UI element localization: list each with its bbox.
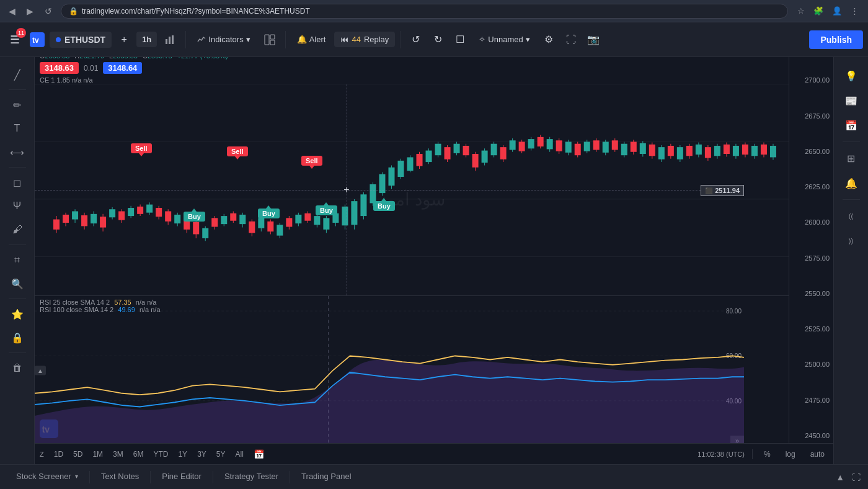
main-chart-container[interactable]: سود آموز ⬛ 2511.94 + <box>35 84 789 314</box>
svg-rect-162 <box>742 145 748 155</box>
zoom-in-tool[interactable]: 🔍 <box>6 272 29 295</box>
period-3y[interactable]: 3Y <box>192 447 211 461</box>
period-3m[interactable]: 3M <box>108 447 128 461</box>
star-button[interactable]: ☆ <box>794 4 808 17</box>
svg-text:tv: tv <box>32 36 39 45</box>
pencil-tool[interactable]: ✏ <box>6 94 29 116</box>
lock-tool[interactable]: 🔒 <box>6 326 29 349</box>
tab-text-notes[interactable]: Text Notes <box>90 465 150 490</box>
svg-rect-110 <box>500 147 507 159</box>
price-level-2: 2700.00 <box>789 76 833 84</box>
price-badge2: 3148.64 <box>103 62 142 74</box>
top-toolbar: ☰ 11 tv ETHUSDT + 1h Indicators ▾ <box>0 22 868 57</box>
tab-pine-editor[interactable]: Pine Editor <box>151 465 213 490</box>
svg-rect-88 <box>397 161 404 177</box>
auto-button[interactable]: auto <box>807 449 828 460</box>
profile-button[interactable]: 👤 <box>829 4 845 17</box>
tradingview-logo: tv <box>27 30 47 50</box>
magnet-tool[interactable]: ⌗ <box>6 249 29 271</box>
signal-buy-4: Buy <box>373 201 395 211</box>
price-step: 0.01 <box>84 64 98 73</box>
svg-rect-38 <box>165 211 171 221</box>
url-bar[interactable]: 🔒 tradingview.com/chart/FyNHsqzR/?symbol… <box>61 4 788 19</box>
sep2 <box>285 31 286 48</box>
trash-tool[interactable]: 🗑 <box>6 357 29 379</box>
ruler-tool[interactable]: ⟷ <box>6 141 29 163</box>
tab-strategy-tester[interactable]: Strategy Tester <box>213 465 290 490</box>
layout-button[interactable] <box>259 30 280 50</box>
svg-rect-100 <box>454 144 460 153</box>
period-ytd[interactable]: YTD <box>148 447 173 461</box>
right-expand2[interactable]: )) <box>840 230 862 252</box>
shapes-tool[interactable]: ◻ <box>6 171 29 194</box>
alert-label: Alert <box>309 35 326 44</box>
percent-button[interactable]: % <box>760 449 774 460</box>
menu-button[interactable]: ☰ 11 <box>5 30 25 50</box>
fib-tool[interactable]: Ψ <box>6 195 29 217</box>
svg-rect-122 <box>556 140 562 151</box>
line-tool[interactable]: ╱ <box>6 63 29 86</box>
news-tool[interactable]: 📰 <box>840 89 862 112</box>
signal-buy-3: Buy <box>316 205 337 215</box>
snapshot-button[interactable]: 📷 <box>583 30 603 50</box>
indicators-chevron: ▾ <box>246 35 250 44</box>
alert-button[interactable]: 🔔 Alert <box>291 31 332 48</box>
chart-settings-button[interactable]: ⚙ <box>539 30 559 50</box>
log-button[interactable]: log <box>782 449 799 460</box>
svg-rect-130 <box>593 140 600 150</box>
right-expand1[interactable]: (( <box>840 205 862 227</box>
undo-button[interactable]: ↺ <box>405 30 425 50</box>
period-1m[interactable]: 1M <box>87 447 108 461</box>
extensions-button[interactable]: 🧩 <box>810 4 826 17</box>
svg-rect-102 <box>463 146 469 155</box>
browser-bar: ◀ ▶ ↺ 🔒 tradingview.com/chart/FyNHsqzR/?… <box>0 0 868 22</box>
refresh-button[interactable]: ↺ <box>42 4 55 19</box>
sidebar-sep2 <box>9 167 26 168</box>
chart-type-button[interactable] <box>159 30 180 50</box>
unnamed-button[interactable]: ✧ Unnamed ▾ <box>472 31 536 48</box>
interval-button[interactable]: 1h <box>136 32 157 47</box>
cursor-button[interactable]: ☐ <box>450 30 470 50</box>
period-all[interactable]: All <box>231 447 249 461</box>
chart-controls-bar: Z 1D 5D 1M 3M 6M YTD 1Y 3Y 5Y All 📅 11:0… <box>35 443 833 464</box>
price-level-6: 2600.00 <box>789 218 833 226</box>
add-symbol-button[interactable]: + <box>114 30 134 50</box>
forward-button[interactable]: ▶ <box>24 4 36 19</box>
signal-buy-1: Buy <box>184 212 205 222</box>
period-5y[interactable]: 5Y <box>211 447 231 461</box>
svg-rect-146 <box>668 146 674 156</box>
period-custom[interactable]: 📅 <box>249 447 269 462</box>
sidebar-sep1 <box>9 89 26 90</box>
expand-panel-button[interactable]: ⛶ <box>849 470 863 485</box>
chart-time-utc: 11:02:38 (UTC) <box>698 451 745 458</box>
brush-tool[interactable]: 🖌 <box>6 218 29 241</box>
publish-button[interactable]: Publish <box>809 30 863 49</box>
more-button[interactable]: ⋮ <box>848 4 862 17</box>
rsi-panel[interactable]: RSI 25 close SMA 14 2 57.35 n/a n/a RSI … <box>35 295 789 446</box>
svg-rect-118 <box>538 137 544 146</box>
collapse-panel-button[interactable]: ▲ <box>833 470 847 485</box>
back-button[interactable]: ◀ <box>6 4 18 19</box>
period-1y[interactable]: 1Y <box>173 447 192 461</box>
symbol-button[interactable]: ETHUSDT <box>50 32 112 48</box>
svg-rect-30 <box>128 208 134 216</box>
star-tool[interactable]: ⭐ <box>6 303 29 325</box>
redo-button[interactable]: ↻ <box>428 30 448 50</box>
unnamed-label: Unnamed <box>488 35 523 44</box>
data-window-tool[interactable]: ⊞ <box>840 147 862 169</box>
period-1d[interactable]: 1D <box>49 447 68 461</box>
alert-list-tool[interactable]: 🔔 <box>840 172 862 194</box>
calendar-tool[interactable]: 📅 <box>840 114 862 137</box>
indicators-button[interactable]: Indicators ▾ <box>191 31 256 48</box>
tab-trading-panel[interactable]: Trading Panel <box>290 465 362 490</box>
text-tool[interactable]: T <box>6 117 29 140</box>
period-6m[interactable]: 6M <box>128 447 149 461</box>
period-5d[interactable]: 5D <box>68 447 87 461</box>
replay-button[interactable]: ⏮ 44 Replay <box>334 32 395 47</box>
svg-rect-114 <box>519 141 525 151</box>
sidebar-sep5 <box>9 352 26 353</box>
ideas-tool[interactable]: 💡 <box>840 65 862 87</box>
fullscreen-button[interactable]: ⛶ <box>561 30 581 50</box>
tab-stock-screener[interactable]: Stock Screener ▾ <box>5 465 89 490</box>
svg-rect-60 <box>267 222 273 231</box>
